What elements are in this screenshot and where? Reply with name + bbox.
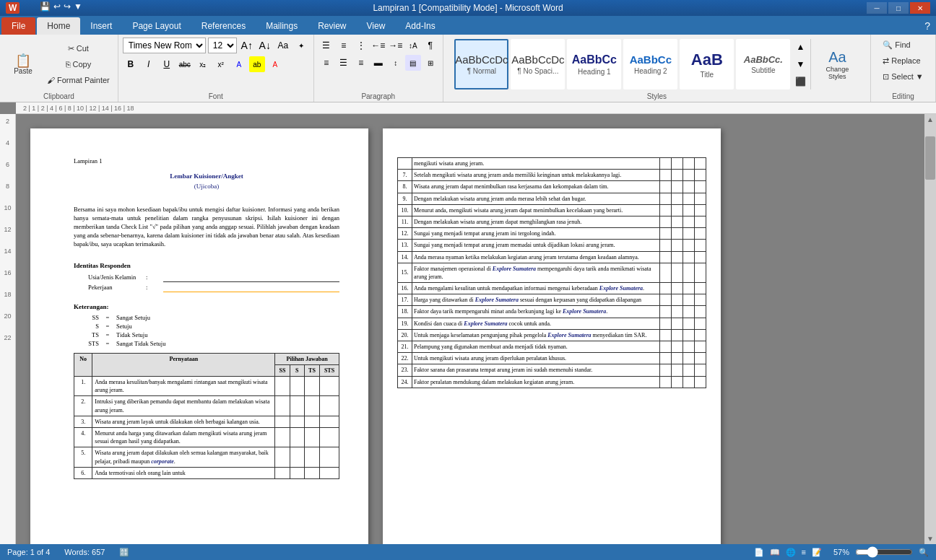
tab-home[interactable]: Home — [37, 17, 80, 35]
change-case-button[interactable]: Aa — [275, 38, 291, 53]
replace-button[interactable]: ⇄ Replace — [879, 53, 924, 68]
table-row: 1. Anda merasa kesulitan/banyak mengalam… — [74, 377, 339, 396]
font-color-button[interactable]: A — [267, 56, 283, 72]
editing-group: 🔍 Find ⇄ Replace ⊡ Select ▼ Editing — [871, 35, 936, 102]
style-title-preview: AaB — [691, 51, 723, 69]
field-row-1: Usia/Jenis Kelamin : — [74, 274, 339, 282]
clear-format-button[interactable]: ✦ — [293, 38, 309, 53]
style-normal-button[interactable]: AaBbCcDc ¶ Normal — [454, 39, 508, 89]
scroll-up-arrow[interactable]: ▲ — [924, 114, 936, 125]
multilevel-button[interactable]: ⋮ — [353, 38, 369, 53]
select-button[interactable]: ⊡ Select ▼ — [879, 69, 927, 84]
style-title-button[interactable]: AaB Title — [680, 39, 734, 89]
align-right-button[interactable]: ≡ — [353, 55, 369, 71]
bold-button[interactable]: B — [123, 56, 139, 72]
status-left: Page: 1 of 4 Words: 657 🔠 — [7, 548, 129, 557]
sort-button[interactable]: ↕A — [405, 38, 421, 53]
table-row: 3. Wisata arung jeram layak untuk dilaku… — [74, 416, 339, 427]
undo-icon[interactable]: ↩ — [53, 1, 61, 12]
zoom-slider[interactable] — [855, 546, 913, 558]
scroll-down-arrow[interactable]: ▼ — [924, 533, 936, 544]
styles-scroll-down-button[interactable]: ▼ — [792, 56, 808, 72]
maximize-button[interactable]: □ — [888, 2, 909, 14]
page-subheading: (Ujicoba) — [74, 182, 339, 191]
shading-button[interactable]: ▤ — [405, 55, 421, 71]
decrease-indent-button[interactable]: ←≡ — [370, 38, 386, 53]
font-family-select[interactable]: Times New Rom — [123, 38, 206, 53]
styles-scroll-up-button[interactable]: ▲ — [792, 39, 808, 55]
style-normal-preview: AaBbCcDc — [455, 53, 508, 66]
horizontal-ruler: 2 | 1 | 2 | 4 | 6 | 8 | 10 | 12 | 14 | 1… — [16, 102, 936, 114]
tab-file[interactable]: File — [1, 17, 35, 35]
ket-row-ts: TS = Tidak Setuju — [74, 331, 339, 340]
view-web-icon[interactable]: 🌐 — [786, 548, 796, 557]
border-button[interactable]: ⊞ — [422, 55, 438, 71]
style-subtitle-button[interactable]: AaBbCc. Subtitle — [736, 39, 790, 89]
pages-container[interactable]: Lampiran 1 Lembar Kuisioner/Angket (Ujic… — [16, 114, 924, 544]
paragraph-group: ☰ ≡ ⋮ ←≡ →≡ ↕A ¶ ≡ ☰ ≡ ▬ ↕ ▤ ⊞ Paragraph — [314, 35, 443, 102]
help-button[interactable]: ? — [919, 17, 936, 35]
style-heading2-button[interactable]: AaBbCc Heading 2 — [623, 39, 677, 89]
font-size-select[interactable]: 12 — [208, 38, 237, 53]
close-button[interactable]: ✕ — [910, 2, 930, 14]
lampiran-label: Lampiran 1 — [74, 157, 339, 166]
align-left-button[interactable]: ≡ — [318, 55, 334, 71]
view-outline-icon[interactable]: ≡ — [802, 548, 806, 556]
text-highlight-button[interactable]: ab — [249, 56, 265, 72]
field2-colon: : — [146, 284, 160, 292]
tab-add-ins[interactable]: Add-Ins — [395, 17, 445, 35]
view-draft-icon[interactable]: 📝 — [812, 548, 822, 557]
style-heading1-button[interactable]: AaBbCc Heading 1 — [567, 39, 621, 89]
zoom-in-icon[interactable]: 🔍 — [919, 548, 929, 557]
change-styles-button[interactable]: Aa Change Styles — [815, 39, 859, 89]
view-full-reading-icon[interactable]: 📖 — [770, 548, 780, 557]
justify-button[interactable]: ▬ — [370, 55, 386, 71]
identitas-title: Identitas Responden — [74, 261, 339, 271]
superscript-button[interactable]: x² — [213, 56, 229, 72]
table-row: 7. Setelah mengikuti wisata arung jeram … — [398, 170, 706, 181]
numbering-button[interactable]: ≡ — [336, 38, 352, 53]
copy-button[interactable]: ⎘ Copy — [43, 57, 113, 71]
minimize-button[interactable]: ─ — [867, 2, 887, 14]
tab-review[interactable]: Review — [308, 17, 356, 35]
change-styles-label: Change Styles — [820, 66, 854, 80]
font-grow-button[interactable]: A↑ — [239, 38, 255, 53]
strikethrough-button[interactable]: abc — [177, 56, 193, 72]
paragraph-group-label: Paragraph — [361, 92, 395, 100]
customize-icon[interactable]: ▼ — [74, 1, 82, 12]
title-bar: W 💾 ↩ ↪ ▼ Lampiran 1 [Compatibility Mode… — [0, 0, 936, 16]
table-row: 11. Dengan melakukan wisata arung jeram … — [398, 216, 706, 227]
tab-page-layout[interactable]: Page Layout — [122, 17, 191, 35]
table-row: 12. Sungai yang menjadi tempat arung jer… — [398, 228, 706, 240]
show-formatting-button[interactable]: ¶ — [422, 38, 438, 53]
paste-button[interactable]: 📋 Paste — [4, 39, 42, 89]
scroll-thumb[interactable] — [925, 136, 935, 180]
text-effect-button[interactable]: A — [231, 56, 247, 72]
tab-mailings[interactable]: Mailings — [256, 17, 308, 35]
title-bar-left: W 💾 ↩ ↪ ▼ — [6, 2, 20, 14]
tab-insert[interactable]: Insert — [80, 17, 122, 35]
increase-indent-button[interactable]: →≡ — [388, 38, 404, 53]
redo-icon[interactable]: ↪ — [64, 1, 71, 12]
line-spacing-button[interactable]: ↕ — [388, 55, 404, 71]
align-center-button[interactable]: ☰ — [336, 55, 352, 71]
save-icon[interactable]: 💾 — [40, 1, 51, 12]
vertical-scrollbar[interactable]: ▲ ▼ — [924, 114, 936, 544]
bullets-button[interactable]: ☰ — [318, 38, 334, 53]
cut-button[interactable]: ✂ Cut — [43, 41, 113, 56]
change-styles-icon: Aa — [828, 49, 846, 66]
font-shrink-button[interactable]: A↓ — [257, 38, 273, 53]
styles-more-button[interactable]: ⬛ — [792, 74, 808, 89]
subscript-button[interactable]: x₂ — [195, 56, 211, 72]
tab-view[interactable]: View — [357, 17, 396, 35]
styles-group-label: Styles — [647, 92, 667, 100]
view-print-icon[interactable]: 📄 — [754, 548, 764, 557]
format-painter-button[interactable]: 🖌 Format Painter — [43, 73, 113, 87]
italic-button[interactable]: I — [141, 56, 157, 72]
table-row: 21. Pelampung yang digunakan membuat and… — [398, 341, 706, 353]
underline-button[interactable]: U — [159, 56, 175, 72]
find-button[interactable]: 🔍 Find — [879, 38, 914, 52]
ribbon: 📋 Paste ✂ Cut ⎘ Copy 🖌 Format Painter Cl… — [0, 35, 936, 102]
tab-references[interactable]: References — [191, 17, 256, 35]
style-no-spacing-button[interactable]: AaBbCcDc ¶ No Spaci... — [511, 39, 565, 89]
